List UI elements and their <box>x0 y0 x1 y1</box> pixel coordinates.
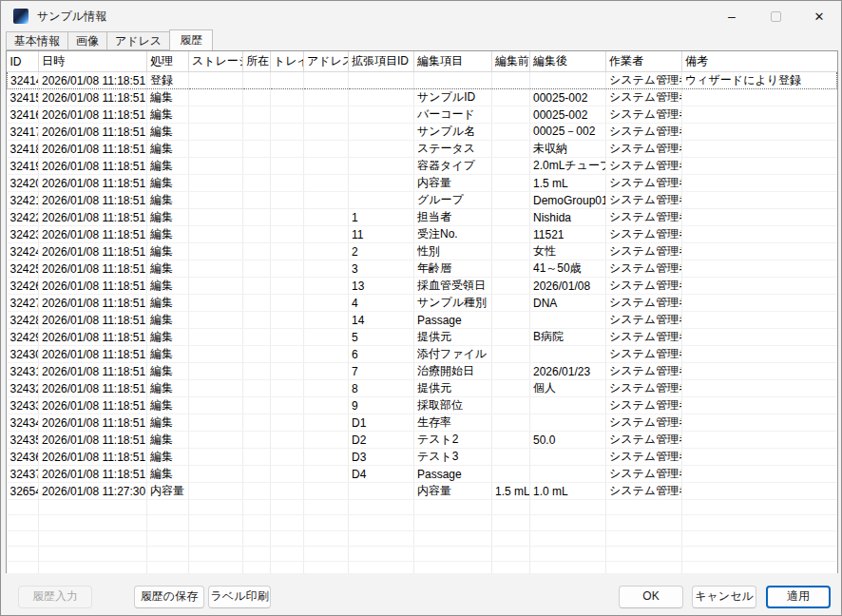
history-save-button[interactable]: 履歴の保存 <box>134 586 204 608</box>
column-header[interactable]: ストレージ <box>189 51 243 72</box>
table-row[interactable]: 324282026/01/08 11:18:51編集14Passageシステム管… <box>8 312 837 329</box>
cell <box>39 546 147 561</box>
cell <box>271 141 304 158</box>
table-row[interactable]: 324262026/01/08 11:18:51編集13採血管受領日2026/0… <box>8 278 837 295</box>
cell: システム管理者 <box>606 226 682 243</box>
cell: 32415 <box>8 89 39 106</box>
cell <box>189 397 243 414</box>
table-row[interactable]: 324172026/01/08 11:18:51編集サンプル名00025－002… <box>8 124 837 141</box>
table-row[interactable]: 324332026/01/08 11:18:51編集9採取部位システム管理者 <box>8 397 837 414</box>
column-header[interactable]: 拡張項目ID <box>349 51 414 72</box>
cell <box>271 158 304 175</box>
cell <box>271 72 304 89</box>
column-header[interactable]: 編集後 <box>530 51 606 72</box>
cell <box>304 106 349 124</box>
cell <box>189 175 243 192</box>
cell: 編集 <box>147 312 189 329</box>
table-row[interactable] <box>8 530 837 546</box>
table-row[interactable]: 324342026/01/08 11:18:51編集D1生存率システム管理者 <box>8 414 837 432</box>
table-row[interactable]: 324202026/01/08 11:18:51編集内容量1.5 mLシステム管… <box>8 175 837 192</box>
table-row[interactable]: 324362026/01/08 11:18:51編集D3テスト3システム管理者 <box>8 449 837 466</box>
cell <box>271 124 304 141</box>
minimize-button[interactable]: – <box>710 1 754 31</box>
cell: 32427 <box>8 295 39 312</box>
column-header[interactable]: 作業者 <box>606 51 682 72</box>
label-print-button[interactable]: ラベル印刷 <box>208 586 271 608</box>
table-row[interactable] <box>8 500 837 515</box>
tab-address[interactable]: アドレス <box>106 31 170 50</box>
column-header[interactable]: アドレス <box>304 51 349 72</box>
table-row[interactable]: 324322026/01/08 11:18:51編集8提供元個人システム管理者 <box>8 380 837 397</box>
table-row[interactable]: 324192026/01/08 11:18:51編集容器タイプ2.0mLチューブ… <box>8 158 837 175</box>
table-row[interactable]: 324162026/01/08 11:18:51編集バーコード00025-002… <box>8 106 837 124</box>
cell: 編集 <box>147 192 189 209</box>
cell: 00025-002 <box>530 89 606 106</box>
cell: システム管理者 <box>606 72 682 89</box>
cell <box>243 397 271 414</box>
cell <box>243 500 271 515</box>
cell: 編集 <box>147 466 189 483</box>
cell <box>682 515 837 530</box>
cell: 2026/01/08 11:18:51 <box>39 466 147 483</box>
table-row[interactable]: 324302026/01/08 11:18:51編集6添付ファイルシステム管理者 <box>8 346 837 363</box>
column-header[interactable]: 編集前 <box>492 51 530 72</box>
cell <box>682 226 837 243</box>
table-row[interactable]: 324272026/01/08 11:18:51編集4サンプル種別DNAシステム… <box>8 295 837 312</box>
close-button[interactable]: ✕ <box>797 1 841 31</box>
column-header[interactable]: 備考 <box>682 51 837 72</box>
table-row[interactable]: 324182026/01/08 11:18:51編集ステータス未収納システム管理… <box>8 141 837 158</box>
cancel-button[interactable]: キャンセル <box>692 586 756 608</box>
table-row[interactable]: 324212026/01/08 11:18:51編集グループDemoGroup0… <box>8 192 837 209</box>
table-row[interactable]: 324242026/01/08 11:18:51編集2性別女性システム管理者 <box>8 243 837 260</box>
column-header[interactable]: 編集項目 <box>414 51 492 72</box>
cell <box>304 295 349 312</box>
table-row[interactable]: 324142026/01/08 11:18:51登録システム管理者ウィザードによ… <box>8 72 837 89</box>
cell: 提供元 <box>414 380 492 397</box>
table-row[interactable]: 324292026/01/08 11:18:51編集5提供元B病院システム管理者 <box>8 329 837 346</box>
column-header[interactable]: 所在 <box>243 51 271 72</box>
table-row[interactable]: 324222026/01/08 11:18:51編集1担当者Nishidaシステ… <box>8 209 837 226</box>
cell: 内容量 <box>414 483 492 500</box>
cell <box>243 546 271 561</box>
cell <box>271 466 304 483</box>
cell: 5 <box>349 329 414 346</box>
cell: 2 <box>349 243 414 260</box>
cell <box>492 175 530 192</box>
cell: 編集 <box>147 141 189 158</box>
cell <box>243 380 271 397</box>
table-row[interactable]: 324152026/01/08 11:18:51編集サンプルID00025-00… <box>8 89 837 106</box>
ok-button[interactable]: OK <box>619 586 683 608</box>
column-header[interactable]: 処理 <box>147 51 189 72</box>
apply-button[interactable]: 適用 <box>766 586 831 608</box>
cell: 内容量 <box>414 175 492 192</box>
table-row[interactable] <box>8 515 837 530</box>
cell <box>492 89 530 106</box>
column-header[interactable]: トレイ <box>271 51 304 72</box>
tab-basic-info[interactable]: 基本情報 <box>6 31 68 50</box>
cell: 32654 <box>8 483 39 500</box>
cell <box>530 515 606 530</box>
cell <box>304 380 349 397</box>
column-header[interactable]: ID <box>8 51 39 72</box>
table-row[interactable]: 324252026/01/08 11:18:51編集3年齢層41～50歳システム… <box>8 260 837 278</box>
tab-history[interactable]: 履歴 <box>169 29 213 50</box>
cell <box>189 449 243 466</box>
cell <box>492 530 530 546</box>
table-row[interactable]: 324312026/01/08 11:18:51編集7治療開始日2026/01/… <box>8 363 837 380</box>
cell: 編集 <box>147 260 189 278</box>
cell <box>304 363 349 380</box>
table-row[interactable]: 326542026/01/08 11:27:30内容量内容量1.5 mL1.0 … <box>8 483 837 500</box>
cell: 未収納 <box>530 141 606 158</box>
table-row[interactable]: 324232026/01/08 11:18:51編集11受注No.11521シス… <box>8 226 837 243</box>
cell <box>271 414 304 432</box>
table-row[interactable] <box>8 546 837 561</box>
tab-image[interactable]: 画像 <box>67 31 107 50</box>
column-header[interactable]: 日時 <box>39 51 147 72</box>
cell <box>349 106 414 124</box>
cell: 2026/01/08 11:27:30 <box>39 483 147 500</box>
cell <box>243 124 271 141</box>
table-row[interactable]: 324372026/01/08 11:18:51編集D4Passageシステム管… <box>8 466 837 483</box>
cell <box>682 89 837 106</box>
table-row[interactable]: 324352026/01/08 11:18:51編集D2テスト250.0システム… <box>8 432 837 449</box>
cell: 32428 <box>8 312 39 329</box>
